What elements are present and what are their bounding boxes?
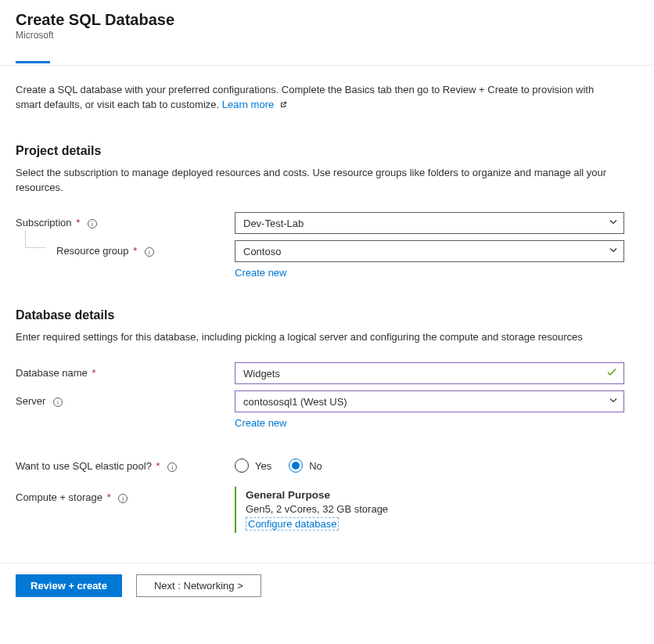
row-resource-group: Resource group * i Create new [16,240,638,279]
page-header: Create SQL Database Microsoft [0,0,654,45]
intro-text: Create a SQL database with your preferre… [16,83,610,114]
subscription-value[interactable] [235,212,624,234]
db-name-label: Database name * [16,362,235,379]
required-star: * [76,217,80,228]
info-icon[interactable]: i [88,219,97,228]
footer-actions: Review + create Next : Networking > [0,563,654,608]
server-select[interactable] [235,390,624,412]
elastic-pool-radiogroup: Yes No [235,455,624,473]
resource-group-value[interactable] [235,240,624,262]
intro-body: Create a SQL database with your preferre… [16,84,594,110]
info-icon[interactable]: i [118,494,128,503]
row-server: Server i Create new [16,390,638,429]
required-star: * [107,491,111,503]
resource-group-label: Resource group * i [16,240,235,257]
subscription-select[interactable] [235,212,624,234]
tab-basics-indicator[interactable] [16,61,50,63]
external-link-icon [278,99,288,114]
tab-strip [0,53,654,66]
page-subtitle: Microsoft [16,30,638,41]
compute-tier-desc: Gen5, 2 vCores, 32 GB storage [246,503,624,515]
db-name-field-wrap [235,362,624,384]
subscription-label: Subscription * i [16,212,235,228]
required-star: * [156,460,160,472]
row-subscription: Subscription * i [16,212,638,234]
elastic-no-label: No [309,460,322,472]
row-compute-storage: Compute + storage * i General Purpose Ge… [16,487,638,533]
info-icon[interactable]: i [145,247,154,257]
next-networking-button[interactable]: Next : Networking > [136,574,261,597]
row-db-name: Database name * [16,362,638,384]
server-label: Server i [16,390,235,407]
section-database-desc: Enter required settings for this databas… [16,330,618,345]
required-star: * [133,245,137,257]
compute-summary: General Purpose Gen5, 2 vCores, 32 GB st… [235,487,624,533]
elastic-yes-option[interactable]: Yes [235,459,271,473]
form-content: Create a SQL database with your preferre… [0,66,654,563]
create-new-rg-link[interactable]: Create new [235,267,286,279]
page-title: Create SQL Database [16,11,638,29]
resource-group-select[interactable] [235,240,624,262]
elastic-pool-label: Want to use SQL elastic pool? * i [16,455,235,472]
required-star: * [92,367,95,379]
radio-icon [235,459,249,473]
compute-storage-label: Compute + storage * i [16,487,235,503]
info-icon[interactable]: i [53,398,63,407]
radio-checked-icon [289,459,303,473]
create-new-server-link[interactable]: Create new [235,417,286,429]
db-name-input[interactable] [235,362,624,384]
elastic-no-option[interactable]: No [289,459,322,473]
hierarchy-elbow-icon [25,231,45,248]
info-icon[interactable]: i [167,462,177,472]
elastic-yes-label: Yes [255,460,271,472]
learn-more-label: Learn more [222,99,274,110]
review-create-button[interactable]: Review + create [16,574,122,597]
section-project-desc: Select the subscription to manage deploy… [16,166,618,196]
configure-database-link[interactable]: Configure database [246,517,339,531]
compute-tier-title: General Purpose [246,489,624,501]
row-elastic-pool: Want to use SQL elastic pool? * i Yes No [16,455,638,473]
learn-more-link[interactable]: Learn more [222,99,288,110]
section-database-heading: Database details [16,308,638,322]
server-value[interactable] [235,390,624,412]
section-project-heading: Project details [16,144,638,158]
